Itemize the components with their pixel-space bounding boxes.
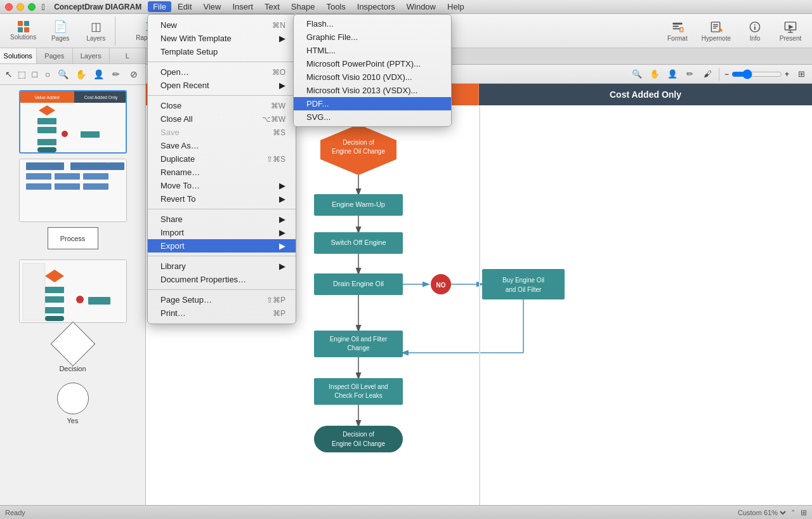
left-tabs: Solutions Pages Layers L [0,48,145,64]
pages-button[interactable]: 📄 Pages [44,18,77,44]
menu-inspectors[interactable]: Inspectors [352,1,400,12]
menu-file[interactable]: File [148,1,171,12]
zoom-select[interactable]: Custom 61% [735,508,788,517]
minimize-button[interactable] [16,3,24,11]
menu-import[interactable]: Import ▶ [148,226,296,239]
maximize-button[interactable] [28,3,36,11]
menu-rename[interactable]: Rename… [148,166,296,179]
pen-tool[interactable]: ✏ [108,67,124,82]
search-tool[interactable]: 🔍 [55,67,70,82]
format-button[interactable]: Format [661,18,694,44]
lane-divider [479,105,480,505]
svg-rect-19 [672,25,679,27]
solutions-label: Solutions [10,34,36,41]
layers-button[interactable]: ◫ Layers [79,18,112,44]
close-button[interactable] [5,3,13,11]
hypernote-button[interactable]: ★ Hypernote [697,18,736,44]
menu-save-as[interactable]: Save As… [148,139,296,152]
menu-move-to[interactable]: Move To… ▶ [148,179,296,192]
menu-open[interactable]: Open… ⌘O [148,65,296,79]
present-button[interactable]: Present [774,18,807,44]
menu-open-recent[interactable]: Open Recent ▶ [148,79,296,92]
menu-doc-props[interactable]: Document Properties… [148,273,296,286]
export-vdx[interactable]: Microsoft Visio 2010 (VDX)... [294,70,451,84]
brush-canvas-icon[interactable]: 🖌 [700,67,716,82]
menu-close[interactable]: Close ⌘W [148,99,296,112]
format-label: Format [667,35,688,42]
menu-window[interactable]: Window [402,1,441,12]
info-button[interactable]: Info [738,18,771,44]
pen-canvas-icon[interactable]: ✏ [682,67,698,82]
tab-layers[interactable]: Layers [73,48,110,63]
user-canvas-icon[interactable]: 👤 [664,67,681,82]
shape-decision-item: Decision [5,328,140,372]
svg-rect-44 [81,131,100,138]
svg-rect-20 [672,28,680,29]
user-tool[interactable]: 👤 [91,67,106,82]
shape-yes-item: Yes [5,383,140,424]
fit-to-page-icon[interactable]: ⊞ [801,508,807,517]
menu-print[interactable]: Print… ⌘P [148,306,296,320]
toolbar-group-nav: Solutions 📄 Pages ◫ Layers [3,16,115,46]
menu-new[interactable]: New ⌘N [148,18,296,32]
status-text: Ready [5,509,25,516]
tab-solutions[interactable]: Solutions [0,48,37,63]
menu-text[interactable]: Text [259,1,285,12]
decision-shape [50,322,95,367]
shape-decision-bottom[interactable] [314,426,403,452]
menu-view[interactable]: View [199,1,226,12]
svg-rect-21 [680,27,683,32]
left-panel: Solutions Pages Layers L ↖ ⬚ □ ○ 🔍 ✋ 👤 ✏… [0,48,146,519]
zoom-out-icon[interactable]: − [724,70,729,79]
zoom-slider[interactable] [731,69,782,79]
shape-buy-oil[interactable] [482,269,565,299]
menu-save[interactable]: Save ⌘S [148,126,296,139]
menu-help[interactable]: Help [442,1,469,12]
menu-library[interactable]: Library ▶ [148,260,296,273]
export-pptx[interactable]: Microsoft PowerPoint (PPTX)... [294,57,451,70]
oval-tool[interactable]: ○ [43,67,53,82]
select-tool[interactable]: ⬚ [16,67,27,82]
eraser-tool[interactable]: ⊘ [126,67,141,82]
menu-export[interactable]: Export ▶ [148,239,296,253]
menu-edit[interactable]: Edit [173,1,197,12]
svg-text:Drain Engine Oil: Drain Engine Oil [333,280,384,287]
menu-close-all[interactable]: Close All ⌥⌘W [148,112,296,126]
export-graphic[interactable]: Graphic File... [294,30,451,44]
export-pdf[interactable]: PDF... [294,97,451,110]
solutions-button[interactable]: Solutions [5,18,41,44]
menu-tools[interactable]: Tools [321,1,350,12]
hand-tool[interactable]: ✋ [73,67,88,82]
menu-revert-to[interactable]: Revert To ▶ [148,192,296,206]
export-svg[interactable]: SVG... [294,110,451,124]
menu-insert[interactable]: Insert [227,1,258,12]
rect-tool[interactable]: □ [30,67,40,82]
menu-shape[interactable]: Shape [286,1,320,12]
thumb-2[interactable] [5,159,140,222]
menu-duplicate[interactable]: Duplicate ⇧⌘S [148,152,296,166]
thumb-1[interactable]: Value Added Cost Added Only [5,90,140,154]
shape-oil-change[interactable] [314,331,403,357]
file-menu: New ⌘N New With Template ▶ Template Setu… [147,14,296,324]
export-flash[interactable]: Flash... [294,17,451,30]
menu-page-setup[interactable]: Page Setup… ⇧⌘P [148,293,296,306]
export-html[interactable]: HTML... [294,44,451,57]
menu-share[interactable]: Share ▶ [148,213,296,226]
tab-l[interactable]: L [110,48,146,63]
yes-label: Yes [67,417,79,424]
shape-inspect[interactable] [314,378,403,405]
svg-point-43 [62,131,68,137]
thumb-3[interactable] [5,260,140,323]
zoom-in-icon[interactable]: + [785,70,789,79]
search-canvas-icon[interactable]: 🔍 [629,67,645,82]
fit-icon[interactable]: ⊞ [793,67,809,82]
menu-template-setup[interactable]: Template Setup [148,45,296,58]
svg-text:Switch Off Engine: Switch Off Engine [331,239,386,246]
svg-rect-55 [55,183,80,190]
tab-pages[interactable]: Pages [37,48,74,63]
export-vsdx[interactable]: Microsoft Visio 2013 (VSDX)... [294,84,451,97]
svg-text:Engine Oil Change: Engine Oil Change [332,440,385,447]
hand-canvas-icon[interactable]: ✋ [646,67,663,82]
cursor-tool[interactable]: ↖ [4,67,14,82]
menu-new-template[interactable]: New With Template ▶ [148,32,296,45]
